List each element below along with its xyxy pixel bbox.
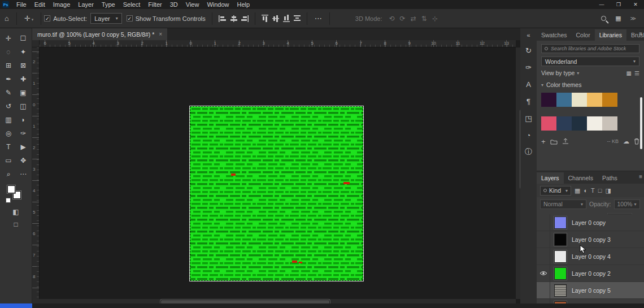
color-swatch[interactable] <box>587 116 602 131</box>
libraries-scrollbar[interactable] <box>640 97 642 149</box>
type-tool[interactable]: T <box>1 140 16 154</box>
more-options-icon[interactable]: ⋯ <box>310 14 327 23</box>
screen-mode-icon[interactable]: □ <box>14 220 18 228</box>
color-swatch[interactable] <box>541 93 556 107</box>
menu-window[interactable]: Window <box>203 0 233 9</box>
visibility-toggle[interactable] <box>537 248 550 265</box>
menu-help[interactable]: Help <box>233 0 254 9</box>
layer-row[interactable]: Layer 0 copy <box>537 214 644 231</box>
3d-panel-icon[interactable]: ◳ <box>523 112 535 124</box>
list-view-icon[interactable]: ☰ <box>634 70 639 76</box>
quick-selection-tool[interactable]: ✦ <box>16 45 31 59</box>
tab-libraries[interactable]: Libraries <box>595 29 626 41</box>
tab-color[interactable]: Color <box>572 29 595 41</box>
tab-swatches[interactable]: Swatches <box>537 29 572 41</box>
auto-select-checkbox[interactable]: ✓ <box>44 15 50 21</box>
menu-type[interactable]: Type <box>98 0 119 9</box>
quick-mask-icon[interactable]: ◧ <box>12 208 19 216</box>
color-themes-section-header[interactable]: ▾Color themes <box>541 81 639 88</box>
library-search-input[interactable]: Search libraries and Adobe Stock <box>541 44 639 53</box>
menu-image[interactable]: Image <box>49 0 75 9</box>
healing-brush-tool[interactable]: ✚ <box>16 72 31 86</box>
layer-thumbnail[interactable] <box>554 267 567 280</box>
layer-row[interactable]: Layer 0 copy 3 <box>537 231 644 248</box>
gradient-tool[interactable]: ▥ <box>1 113 16 127</box>
color-swatch[interactable] <box>572 116 587 131</box>
character-panel-icon[interactable]: A <box>523 78 535 90</box>
move-tool[interactable]: ✛ <box>1 32 16 45</box>
tab-paths[interactable]: Paths <box>598 172 622 184</box>
layer-name[interactable]: Layer 0 copy 5 <box>572 287 611 294</box>
menu-view[interactable]: View <box>182 0 203 9</box>
canvas-viewport[interactable] <box>40 47 516 299</box>
align-left-icon[interactable] <box>219 15 226 22</box>
color-swatch[interactable] <box>556 116 572 131</box>
trash-icon[interactable] <box>634 138 639 145</box>
show-transform-checkbox[interactable]: ✓ <box>127 15 133 21</box>
layer-thumbnail[interactable] <box>554 216 567 229</box>
view-by-dropdown[interactable]: View by type▾ ▦ ☰ <box>541 70 639 76</box>
align-middle-icon[interactable] <box>272 15 279 22</box>
brush-settings-panel-icon[interactable]: ✑ <box>523 61 535 73</box>
layer-thumbnail[interactable] <box>554 233 567 246</box>
eraser-tool[interactable]: ◫ <box>16 99 31 113</box>
filter-pixel-layers-icon[interactable]: ▦ <box>575 187 580 194</box>
shape-tool[interactable]: ▭ <box>1 154 16 167</box>
menu-edit[interactable]: Edit <box>31 0 49 9</box>
brush-tool[interactable]: ✎ <box>1 86 16 99</box>
filter-type-layers-icon[interactable]: T <box>591 187 595 194</box>
move-tool-icon[interactable]: ✛ ▾ <box>20 14 38 23</box>
layer-name[interactable]: Layer 0 copy 2 <box>572 270 611 277</box>
color-swatch[interactable] <box>572 93 587 107</box>
layer-name[interactable]: Layer 0 copy 3 <box>572 236 611 243</box>
cloud-sync-icon[interactable]: ☁ <box>623 138 629 145</box>
layer-name[interactable]: Layer 0 copy 4 <box>572 253 611 260</box>
library-dropdown[interactable]: Wonderland▾ <box>541 57 639 66</box>
horizontal-scrollbar[interactable] <box>32 299 516 303</box>
foreground-color-swatch[interactable] <box>7 185 15 193</box>
add-library-item-icon[interactable]: + <box>541 137 546 146</box>
kind-filter-dropdown[interactable]: Kind▾ <box>540 186 571 196</box>
3d-slide-icon[interactable]: ⇅ <box>421 15 427 23</box>
edit-toolbar-icon[interactable]: ⋯ <box>16 167 31 181</box>
pen-tool[interactable]: ✑ <box>16 127 31 140</box>
default-colors-icon[interactable] <box>6 198 11 203</box>
layer-thumbnail[interactable] <box>554 250 567 263</box>
minimize-button[interactable]: — <box>593 0 610 9</box>
panel-menu-icon[interactable]: ≡ <box>639 173 642 180</box>
home-icon[interactable]: ⌂ <box>0 14 14 23</box>
filter-adjustment-layers-icon[interactable]: ◐ <box>584 187 588 194</box>
color-swatch[interactable] <box>602 116 617 131</box>
layer-row[interactable]: Layer 0 <box>537 299 644 303</box>
zoom-tool[interactable]: ⌕ <box>1 167 16 181</box>
filter-shape-layers-icon[interactable]: □ <box>598 187 602 194</box>
path-selection-tool[interactable]: ▶ <box>16 140 31 154</box>
align-top-icon[interactable] <box>262 15 268 22</box>
3d-pan-icon[interactable]: ⇄ <box>411 15 416 23</box>
dodge-tool[interactable]: ◎ <box>1 127 16 140</box>
opacity-input[interactable]: 100%▾ <box>614 199 640 209</box>
color-swatch[interactable] <box>602 93 617 107</box>
menu-file[interactable]: File <box>12 0 31 9</box>
color-swatch[interactable] <box>541 116 556 131</box>
visibility-toggle[interactable] <box>537 231 550 248</box>
crop-tool[interactable]: ⊞ <box>1 59 16 72</box>
align-center-horizontal-icon[interactable] <box>230 15 237 22</box>
lasso-tool[interactable]: ◌ <box>1 45 16 59</box>
distribute-icon[interactable] <box>294 15 301 22</box>
folder-icon[interactable] <box>550 138 558 145</box>
vertical-scrollbar[interactable] <box>516 47 520 299</box>
collapse-panels-icon[interactable]: « <box>526 32 530 38</box>
marquee-tool[interactable]: ☐ <box>16 32 31 45</box>
filter-smart-objects-icon[interactable]: ◨ <box>605 187 611 194</box>
menu-layer[interactable]: Layer <box>74 0 98 9</box>
close-button[interactable]: ✕ <box>627 0 644 9</box>
workspace-icon[interactable]: ▦ <box>615 15 621 22</box>
restore-button[interactable]: ❐ <box>610 0 627 9</box>
3d-scale-icon[interactable]: ⊹ <box>432 15 438 23</box>
hand-tool[interactable]: ✥ <box>16 154 31 167</box>
visibility-toggle[interactable] <box>537 299 550 304</box>
paragraph-panel-icon[interactable]: ¶ <box>523 95 535 107</box>
menu-filter[interactable]: Filter <box>144 0 166 9</box>
canvas-image-selection[interactable] <box>190 106 363 281</box>
